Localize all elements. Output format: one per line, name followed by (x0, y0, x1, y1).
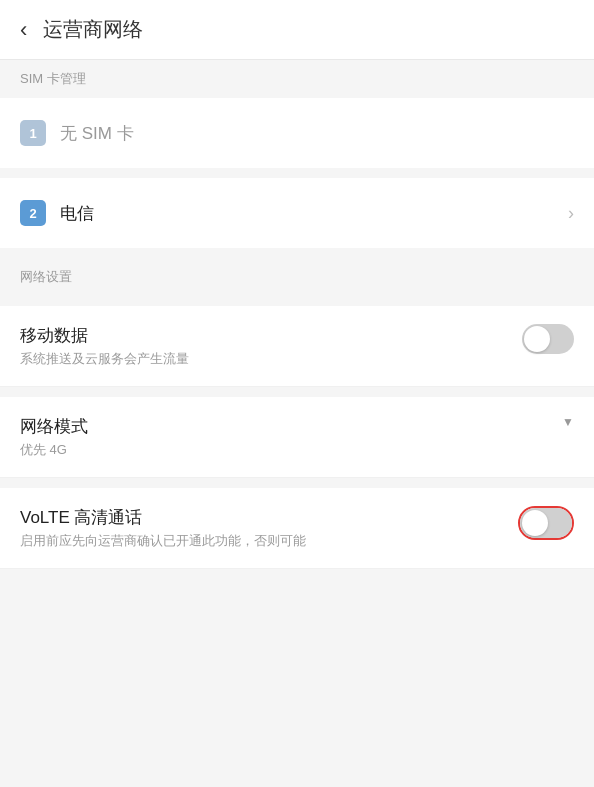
network-section-header: 网络设置 (0, 258, 594, 296)
sim1-item: 1 无 SIM 卡 (0, 98, 594, 168)
sim2-badge: 2 (20, 200, 46, 226)
volte-subtitle: 启用前应先向运营商确认已开通此功能，否则可能 (20, 532, 518, 550)
network-mode-subtitle: 优先 4G (20, 441, 562, 459)
volte-item: VoLTE 高清通话 启用前应先向运营商确认已开通此功能，否则可能 (0, 488, 594, 569)
volte-title: VoLTE 高清通话 (20, 506, 518, 529)
volte-toggle[interactable] (520, 508, 572, 538)
header: ‹ 运营商网络 (0, 0, 594, 60)
sim-section-header: SIM 卡管理 (0, 60, 594, 98)
sim1-title: 无 SIM 卡 (60, 122, 134, 145)
network-mode-section: 网络模式 优先 4G ▼ (0, 397, 594, 478)
mobile-data-subtitle: 系统推送及云服务会产生流量 (20, 350, 522, 368)
mobile-data-toggle[interactable] (522, 324, 574, 354)
network-mode-item[interactable]: 网络模式 优先 4G ▼ (0, 397, 594, 478)
sim1-badge: 1 (20, 120, 46, 146)
volte-toggle-knob (522, 510, 548, 536)
volte-toggle-wrapper (518, 506, 574, 540)
sim2-section: 2 电信 › (0, 178, 594, 248)
sim-section: 1 无 SIM 卡 (0, 98, 594, 168)
sim2-item[interactable]: 2 电信 › (0, 178, 594, 248)
sim2-chevron-icon: › (568, 203, 574, 224)
page-title: 运营商网络 (43, 16, 143, 43)
network-mode-title: 网络模式 (20, 415, 562, 438)
mobile-data-toggle-container (522, 324, 574, 354)
volte-text: VoLTE 高清通话 启用前应先向运营商确认已开通此功能，否则可能 (20, 506, 518, 550)
mobile-data-title: 移动数据 (20, 324, 522, 347)
network-mode-text: 网络模式 优先 4G (20, 415, 562, 459)
mobile-data-text: 移动数据 系统推送及云服务会产生流量 (20, 324, 522, 368)
network-mode-dropdown-icon: ▼ (562, 415, 574, 429)
mobile-data-toggle-knob (524, 326, 550, 352)
mobile-data-section: 移动数据 系统推送及云服务会产生流量 (0, 306, 594, 387)
mobile-data-item: 移动数据 系统推送及云服务会产生流量 (0, 306, 594, 387)
back-button[interactable]: ‹ (20, 17, 27, 43)
sim2-title: 电信 (60, 202, 94, 225)
volte-section: VoLTE 高清通话 启用前应先向运营商确认已开通此功能，否则可能 (0, 488, 594, 569)
